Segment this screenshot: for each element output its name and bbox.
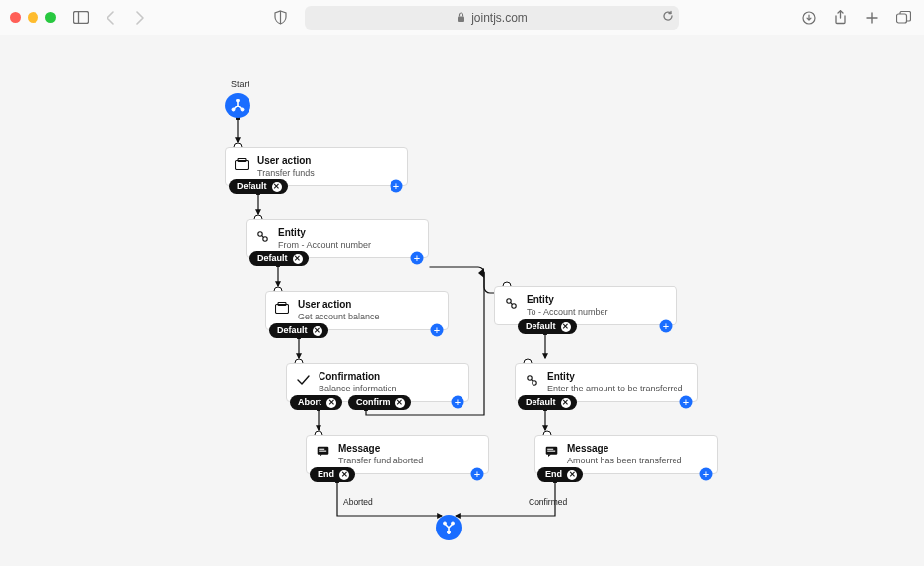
output-pill-default[interactable]: Default✕ bbox=[518, 395, 577, 410]
svg-point-9 bbox=[241, 108, 244, 111]
message-icon bbox=[543, 444, 559, 460]
node-title: Confirmation bbox=[319, 371, 397, 383]
svg-point-7 bbox=[237, 99, 240, 102]
toolbar-right bbox=[798, 7, 914, 29]
connectors-layer bbox=[0, 35, 924, 566]
svg-point-20 bbox=[511, 303, 515, 307]
sidebar-toggle-button[interactable] bbox=[70, 7, 92, 29]
add-output-button[interactable]: + bbox=[452, 396, 464, 409]
output-pill-abort[interactable]: Abort✕ bbox=[290, 395, 342, 410]
privacy-shield-icon[interactable] bbox=[269, 7, 291, 29]
svg-rect-3 bbox=[458, 17, 464, 23]
node-subtitle: Get account balance bbox=[298, 312, 380, 322]
browser-toolbar: jointjs.com bbox=[0, 0, 924, 35]
output-pill-end[interactable]: End✕ bbox=[537, 467, 583, 482]
close-window-button[interactable] bbox=[10, 12, 21, 23]
flow-canvas[interactable]: Start User action Transfer funds Default… bbox=[0, 35, 924, 566]
svg-rect-24 bbox=[547, 449, 553, 450]
pill-remove-icon[interactable]: ✕ bbox=[561, 398, 571, 408]
add-output-button[interactable]: + bbox=[431, 324, 444, 337]
pill-remove-icon[interactable]: ✕ bbox=[567, 470, 577, 480]
node-subtitle: Transfer fund aborted bbox=[338, 456, 423, 466]
node-title: Entity bbox=[278, 227, 371, 239]
svg-point-12 bbox=[257, 231, 261, 235]
svg-point-8 bbox=[232, 108, 235, 111]
svg-rect-18 bbox=[319, 451, 326, 452]
message-icon bbox=[315, 444, 330, 460]
entity-icon bbox=[524, 372, 539, 388]
node-subtitle: Enter the amount to be transferred bbox=[547, 384, 683, 394]
output-pill-default[interactable]: Default✕ bbox=[269, 323, 328, 338]
node-title: Message bbox=[338, 443, 423, 455]
address-bar[interactable]: jointjs.com bbox=[305, 6, 679, 30]
add-output-button[interactable]: + bbox=[660, 320, 673, 333]
check-icon bbox=[295, 372, 311, 388]
add-output-button[interactable]: + bbox=[471, 468, 484, 481]
lock-icon bbox=[457, 12, 465, 23]
output-pill-confirm[interactable]: Confirm✕ bbox=[348, 395, 411, 410]
pill-remove-icon[interactable]: ✕ bbox=[293, 254, 303, 264]
forward-button[interactable] bbox=[129, 7, 151, 29]
node-title: Entity bbox=[527, 294, 608, 306]
node-subtitle: From - Account number bbox=[278, 240, 371, 250]
downloads-button[interactable] bbox=[798, 7, 819, 29]
output-pill-end[interactable]: End✕ bbox=[310, 467, 355, 482]
reload-button[interactable] bbox=[662, 10, 674, 25]
node-subtitle: Amount has been transferred bbox=[567, 456, 682, 466]
node-subtitle: Transfer funds bbox=[257, 168, 315, 178]
output-pill-default[interactable]: Default✕ bbox=[518, 319, 577, 334]
svg-rect-5 bbox=[896, 14, 906, 23]
new-tab-button[interactable] bbox=[861, 7, 883, 29]
add-output-button[interactable]: + bbox=[411, 252, 424, 265]
add-output-button[interactable]: + bbox=[680, 396, 693, 409]
add-output-button[interactable]: + bbox=[391, 180, 403, 193]
edge-label-aborted: Aborted bbox=[343, 497, 373, 507]
pill-remove-icon[interactable]: ✕ bbox=[326, 398, 336, 408]
pill-remove-icon[interactable]: ✕ bbox=[339, 470, 349, 480]
svg-point-22 bbox=[532, 380, 535, 384]
entity-icon bbox=[503, 295, 519, 311]
minimize-window-button[interactable] bbox=[28, 12, 38, 23]
node-title: Message bbox=[567, 443, 682, 455]
pill-remove-icon[interactable]: ✕ bbox=[272, 182, 282, 192]
node-subtitle: To - Account number bbox=[527, 307, 608, 318]
svg-point-21 bbox=[527, 375, 531, 379]
svg-rect-17 bbox=[319, 449, 324, 450]
svg-point-27 bbox=[452, 522, 455, 525]
maximize-window-button[interactable] bbox=[45, 12, 56, 23]
output-pill-default[interactable]: Default✕ bbox=[229, 179, 288, 194]
url-text: jointjs.com bbox=[471, 11, 528, 25]
end-node[interactable] bbox=[436, 515, 462, 540]
svg-rect-25 bbox=[547, 451, 555, 452]
traffic-lights bbox=[10, 12, 56, 23]
share-button[interactable] bbox=[829, 7, 851, 29]
add-output-button[interactable]: + bbox=[700, 468, 713, 481]
svg-rect-0 bbox=[74, 12, 89, 24]
entity-icon bbox=[254, 228, 270, 244]
node-title: Entity bbox=[547, 371, 683, 383]
pill-remove-icon[interactable]: ✕ bbox=[561, 322, 571, 332]
back-button[interactable] bbox=[100, 7, 121, 29]
edge-label-confirmed: Confirmed bbox=[529, 497, 567, 507]
node-title: User action bbox=[257, 155, 315, 167]
node-title: User action bbox=[298, 299, 380, 311]
user-action-icon bbox=[234, 156, 249, 172]
start-node[interactable] bbox=[225, 93, 250, 118]
start-label: Start bbox=[231, 79, 249, 89]
pill-remove-icon[interactable]: ✕ bbox=[395, 398, 405, 408]
svg-point-26 bbox=[444, 522, 447, 525]
svg-point-19 bbox=[506, 298, 510, 302]
output-pill-default[interactable]: Default✕ bbox=[249, 251, 309, 266]
pill-remove-icon[interactable]: ✕ bbox=[313, 326, 322, 336]
svg-point-13 bbox=[262, 236, 266, 240]
node-subtitle: Balance information bbox=[319, 384, 397, 394]
svg-point-28 bbox=[448, 531, 451, 534]
user-action-icon bbox=[274, 300, 290, 316]
tabs-overview-button[interactable] bbox=[892, 7, 914, 29]
